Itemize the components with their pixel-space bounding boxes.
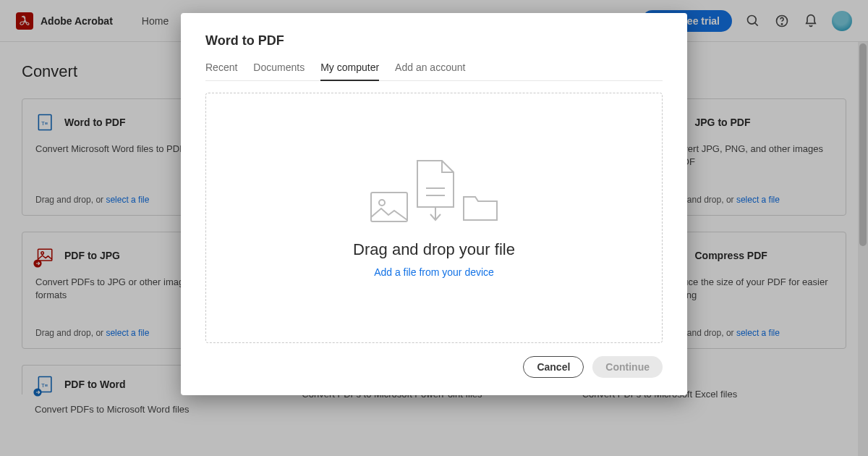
cancel-button[interactable]: Cancel bbox=[523, 356, 584, 378]
dropzone-title: Drag and drop your file bbox=[353, 240, 515, 259]
tab-recent[interactable]: Recent bbox=[205, 62, 237, 80]
svg-point-13 bbox=[379, 200, 385, 206]
dropzone-illustration bbox=[370, 158, 498, 223]
continue-button: Continue bbox=[592, 356, 663, 378]
modal-actions: Cancel Continue bbox=[205, 356, 663, 378]
dropzone[interactable]: Drag and drop your file Add a file from … bbox=[205, 93, 663, 343]
tab-my-computer[interactable]: My computer bbox=[320, 62, 379, 81]
add-file-link[interactable]: Add a file from your device bbox=[374, 266, 494, 278]
file-picker-modal: Word to PDF Recent Documents My computer… bbox=[181, 13, 687, 395]
svg-rect-12 bbox=[371, 193, 407, 221]
modal-title: Word to PDF bbox=[205, 33, 663, 48]
modal-tabs: Recent Documents My computer Add an acco… bbox=[205, 62, 663, 81]
tab-documents[interactable]: Documents bbox=[253, 62, 305, 80]
tab-add-account[interactable]: Add an account bbox=[395, 62, 465, 80]
